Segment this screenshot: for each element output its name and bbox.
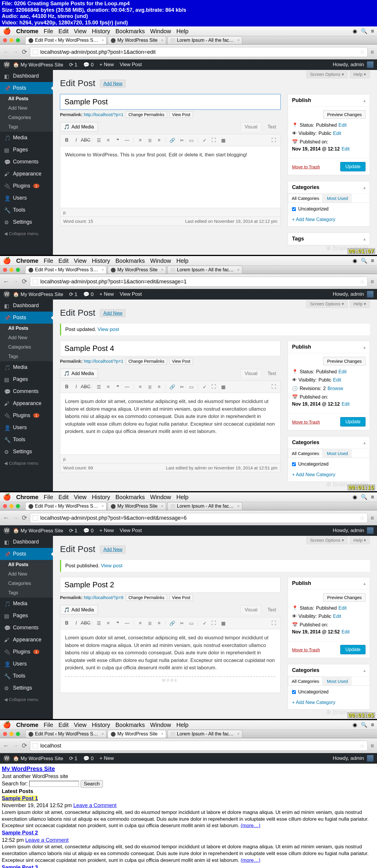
mac-menu-item[interactable]: History [92, 28, 110, 35]
most-used-tab[interactable]: Most Used [323, 449, 352, 458]
post-title-link[interactable]: Sample Post 2 [2, 830, 38, 836]
close-tab-icon[interactable]: × [161, 504, 164, 508]
bookmark-star-icon[interactable]: ☆ [360, 742, 365, 749]
align-right-button[interactable]: ≡ [155, 383, 163, 391]
toggle-icon[interactable]: ▴ [364, 98, 366, 103]
mac-menu-item[interactable]: Help [176, 257, 188, 264]
post-title-input[interactable] [64, 344, 276, 353]
mac-menu-item[interactable]: History [92, 257, 110, 264]
browser-tab[interactable]: Lorem Ipsum - All the fac… × [167, 266, 242, 274]
comments-link[interactable]: 💬 0 [83, 528, 93, 534]
site-link[interactable]: 🏠 My WordPress Site [13, 528, 63, 534]
more-link[interactable]: (more…) [240, 858, 260, 863]
hr-button[interactable]: — [123, 136, 131, 144]
more-link[interactable]: (more…) [240, 823, 260, 828]
add-media-button[interactable]: 🎵 Add Media [60, 369, 98, 378]
sidebar-item-appearance[interactable]: 🖌 Appearance [0, 168, 53, 180]
preview-button[interactable]: Preview Changes [323, 110, 366, 119]
mac-menu-item[interactable]: Bookmarks [116, 28, 145, 35]
submenu-item[interactable]: Tags [0, 122, 53, 132]
submenu-item[interactable]: All Posts [0, 94, 53, 103]
preview-button[interactable]: Preview Changes [323, 593, 366, 602]
sidebar-item-tools[interactable]: 🔧 Tools [0, 204, 53, 216]
ul-button[interactable]: ☰ [95, 619, 103, 627]
browser-tab[interactable]: Edit Post ‹ My WordPress S… × [25, 730, 107, 738]
add-media-button[interactable]: 🎵 Add Media [60, 122, 98, 132]
categories-heading[interactable]: Categories▴ [288, 181, 370, 194]
mac-menu-item[interactable]: Edit [59, 257, 68, 264]
mac-menu-item[interactable]: Window [150, 494, 171, 501]
sidebar-item-media[interactable]: 🎵 Media [0, 132, 53, 144]
browser-tab[interactable]: My WordPress Site × [108, 730, 166, 738]
category-checkbox[interactable]: Uncategorized [292, 462, 366, 467]
minimize-window[interactable] [9, 504, 13, 508]
search-button[interactable]: Search [81, 780, 103, 788]
collapse-menu[interactable]: ◀ Collapse menu [0, 458, 53, 469]
ul-button[interactable]: ☰ [95, 383, 103, 391]
spell-button[interactable]: ✓ [200, 619, 208, 627]
forward-button[interactable]: → [12, 278, 19, 285]
strike-button[interactable]: ABC [82, 619, 90, 627]
mac-menu-item[interactable]: Edit [59, 722, 68, 728]
updates-link[interactable]: ⟳ 1 [69, 755, 77, 762]
submenu-item[interactable]: Tags [0, 588, 53, 597]
wifi-icon[interactable]: ◉ [353, 257, 357, 264]
editor-body[interactable]: Lorem ipsum dolor sit amet, consectetur … [60, 629, 281, 693]
quote-button[interactable]: ❝ [114, 383, 122, 391]
update-button[interactable]: Update [340, 417, 366, 427]
close-window[interactable] [3, 38, 7, 42]
edit-status-link[interactable]: Edit [339, 123, 347, 128]
howdy-text[interactable]: Howdy, admin [333, 528, 364, 533]
mac-menu-item[interactable]: Window [150, 28, 171, 35]
editor-body[interactable]: Welcome to WordPress. This is your first… [60, 146, 281, 208]
browser-tab[interactable]: My WordPress Site × [108, 36, 166, 44]
wp-logo-icon[interactable]: W [3, 527, 10, 534]
mac-menu-item[interactable]: File [44, 28, 53, 35]
post-title-link[interactable]: Sample Post 1 [2, 796, 38, 801]
align-left-button[interactable]: ≡ [136, 383, 144, 391]
mac-menu-item[interactable]: View [74, 494, 86, 501]
strike-button[interactable]: ABC [82, 383, 90, 391]
add-new-button[interactable]: Add New [100, 546, 125, 554]
mac-menu-item[interactable]: Window [150, 722, 171, 728]
quote-button[interactable]: ❝ [114, 136, 122, 144]
submenu-item[interactable]: Categories [0, 342, 53, 352]
align-center-button[interactable]: ≣ [146, 383, 154, 391]
mac-menu-item[interactable]: History [92, 722, 110, 728]
mac-menu-item[interactable]: History [92, 494, 110, 501]
text-tab[interactable]: Text [263, 369, 281, 378]
reload-button[interactable]: ⟳ [22, 48, 27, 56]
sidebar-item-media[interactable]: 🎵 Media [0, 361, 53, 373]
more-button[interactable]: ▭ [187, 619, 195, 627]
text-tab[interactable]: Text [263, 122, 281, 131]
edit-visibility-link[interactable]: Edit [333, 614, 341, 619]
apple-icon[interactable]: 🍎 [3, 721, 11, 729]
wifi-icon[interactable]: ◉ [353, 494, 357, 500]
toggle-icon[interactable]: ▴ [364, 440, 366, 445]
screen-options-tab[interactable]: Screen Options ▾ [306, 300, 348, 308]
change-permalinks-button[interactable]: Change Permalinks [126, 112, 167, 118]
close-tab-icon[interactable]: × [161, 732, 164, 736]
wp-logo-icon[interactable]: W [3, 61, 10, 68]
toggle-icon[interactable]: ▴ [364, 668, 366, 673]
strike-button[interactable]: ABC [82, 136, 90, 144]
post-title-link[interactable]: Sample Post 3 [2, 865, 38, 868]
edit-date-link[interactable]: Edit [341, 402, 350, 407]
menu-icon[interactable]: ≡ [371, 494, 374, 500]
view-post-link[interactable]: View Post [120, 528, 142, 533]
close-tab-icon[interactable]: × [102, 38, 104, 42]
add-category-link[interactable]: + Add New Category [292, 700, 335, 705]
spell-button[interactable]: ✓ [200, 136, 208, 144]
updates-link[interactable]: ⟳ 1 [69, 62, 77, 68]
view-post-link[interactable]: View post [101, 563, 122, 568]
sidebar-item-appearance[interactable]: 🖌 Appearance [0, 397, 53, 409]
mac-menu-item[interactable]: Bookmarks [116, 257, 145, 264]
categories-heading[interactable]: Categories▴ [288, 664, 370, 677]
sidebar-item-plugins[interactable]: 🔌 Plugins 1 [0, 180, 53, 192]
close-tab-icon[interactable]: × [237, 38, 240, 42]
ul-button[interactable]: ☰ [95, 136, 103, 144]
align-left-button[interactable]: ≡ [136, 136, 144, 144]
site-link[interactable]: 🏠 My WordPress Site [13, 62, 63, 68]
mac-menu-item[interactable]: Help [176, 494, 188, 501]
link-button[interactable]: 🔗 [168, 619, 176, 627]
